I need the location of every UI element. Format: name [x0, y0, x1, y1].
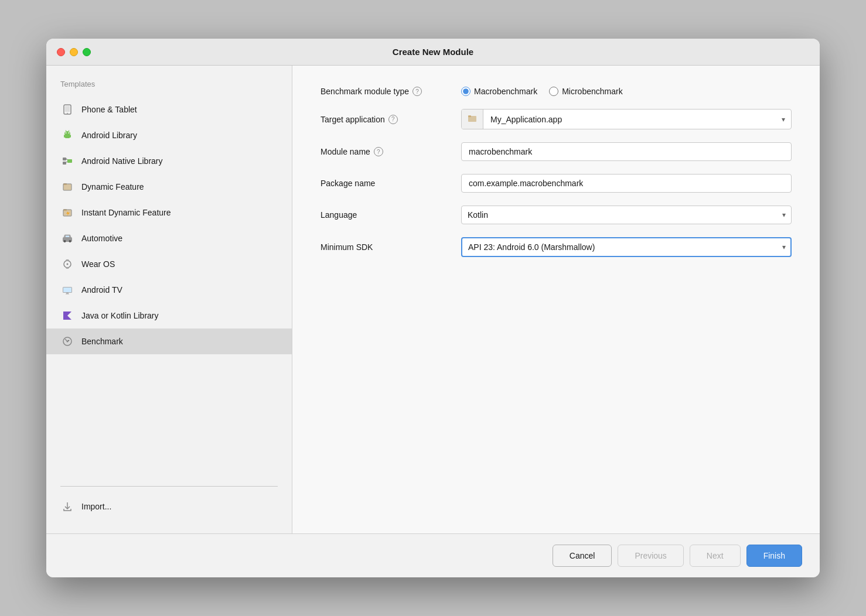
package-name-input[interactable] — [461, 174, 792, 193]
maximize-button[interactable] — [83, 48, 91, 56]
target-app-label: Target application ? — [321, 115, 461, 124]
macrobenchmark-radio[interactable] — [461, 87, 470, 96]
min-sdk-control: API 21: Android 5.0 (Lollipop) API 22: A… — [461, 237, 792, 257]
target-app-select-wrapper: My_Application.app ▾ — [461, 109, 792, 129]
min-sdk-row: Minimum SDK API 21: Android 5.0 (Lollipo… — [321, 237, 792, 257]
svg-rect-29 — [66, 259, 69, 261]
sidebar-item-android-tv[interactable]: Android TV — [46, 277, 292, 303]
sidebar-title: Templates — [46, 80, 292, 97]
svg-rect-11 — [63, 158, 66, 160]
package-name-label: Package name — [321, 179, 461, 188]
sidebar-item-android-native[interactable]: Android Native Library — [46, 148, 292, 174]
sidebar-item-label: Phone & Tablet — [81, 105, 137, 114]
dialog-title: Create New Module — [393, 47, 473, 57]
svg-point-5 — [69, 132, 70, 134]
svg-line-10 — [69, 131, 69, 132]
language-select-wrapper: Kotlin Java ▾ — [461, 206, 792, 224]
svg-rect-12 — [63, 162, 66, 165]
minimize-button[interactable] — [70, 48, 78, 56]
svg-rect-30 — [66, 268, 69, 269]
sidebar-item-kotlin-library[interactable]: Java or Kotlin Library — [46, 303, 292, 328]
svg-line-14 — [66, 159, 67, 160]
svg-point-24 — [64, 240, 66, 242]
benchmark-type-label: Benchmark module type ? — [321, 87, 461, 96]
instant-dynamic-icon — [60, 206, 74, 220]
module-name-input[interactable] — [461, 142, 792, 161]
sidebar-item-phone-tablet[interactable]: Phone & Tablet — [46, 97, 292, 122]
svg-rect-1 — [65, 106, 70, 112]
import-icon — [60, 499, 74, 514]
sidebar-divider — [60, 486, 278, 487]
svg-rect-33 — [66, 293, 69, 294]
package-name-control — [461, 174, 792, 193]
dialog-footer: Cancel Previous Next Finish — [46, 533, 820, 577]
previous-button[interactable]: Previous — [618, 545, 683, 567]
module-name-label: Module name ? — [321, 147, 461, 156]
radio-group: Macrobenchmark Microbenchmark — [461, 87, 792, 96]
sidebar-item-label: Wear OS — [81, 259, 115, 269]
svg-point-37 — [67, 341, 69, 343]
import-label: Import... — [81, 502, 111, 511]
target-app-control: My_Application.app ▾ — [461, 109, 792, 129]
dynamic-feature-icon — [60, 180, 74, 194]
svg-line-9 — [66, 131, 66, 132]
language-label: Language — [321, 210, 461, 220]
target-app-folder-icon — [462, 109, 483, 129]
android-native-icon — [60, 154, 74, 168]
min-sdk-select-wrapper: API 21: Android 5.0 (Lollipop) API 22: A… — [461, 237, 792, 257]
module-name-help[interactable]: ? — [374, 147, 383, 156]
sidebar-item-label: Automotive — [81, 234, 122, 243]
language-control: Kotlin Java ▾ — [461, 206, 792, 224]
microbenchmark-radio[interactable] — [549, 87, 558, 96]
module-name-row: Module name ? — [321, 142, 792, 161]
close-button[interactable] — [57, 48, 65, 56]
benchmark-type-help[interactable]: ? — [412, 87, 422, 96]
benchmark-type-row: Benchmark module type ? Macrobenchmark M… — [321, 87, 792, 96]
microbenchmark-option[interactable]: Microbenchmark — [549, 87, 622, 96]
benchmark-icon — [60, 334, 74, 348]
svg-rect-34 — [66, 294, 69, 295]
min-sdk-select[interactable]: API 21: Android 5.0 (Lollipop) API 22: A… — [461, 237, 792, 257]
svg-line-15 — [66, 162, 67, 162]
sidebar-item-android-library[interactable]: Android Library — [46, 122, 292, 148]
wear-os-icon — [60, 257, 74, 271]
sidebar-item-dynamic-feature[interactable]: Dynamic Feature — [46, 174, 292, 200]
svg-rect-32 — [63, 288, 71, 292]
next-button[interactable]: Next — [690, 545, 741, 567]
svg-point-25 — [69, 240, 71, 242]
create-new-module-dialog: Create New Module Templates Phone & Tabl… — [46, 39, 820, 577]
automotive-icon — [60, 231, 74, 245]
android-library-icon — [60, 128, 74, 142]
svg-rect-8 — [70, 135, 71, 138]
sidebar-item-label: Java or Kotlin Library — [81, 311, 159, 320]
sidebar-list: Phone & Tablet — [46, 97, 292, 479]
cancel-button[interactable]: Cancel — [553, 545, 612, 567]
svg-rect-7 — [64, 135, 65, 138]
sidebar-import[interactable]: Import... — [46, 494, 292, 519]
sidebar-item-wear-os[interactable]: Wear OS — [46, 251, 292, 277]
svg-rect-13 — [67, 159, 72, 163]
svg-rect-40 — [468, 115, 471, 117]
language-row: Language Kotlin Java ▾ — [321, 206, 792, 224]
target-app-select[interactable]: My_Application.app ▾ — [461, 109, 792, 129]
sidebar-item-automotive[interactable]: Automotive — [46, 225, 292, 251]
svg-point-4 — [66, 132, 67, 134]
sidebar-item-benchmark[interactable]: Benchmark — [46, 328, 292, 354]
sidebar-item-label: Benchmark — [81, 337, 123, 346]
svg-point-28 — [67, 263, 69, 265]
sidebar-item-label: Android Native Library — [81, 156, 163, 166]
sidebar-item-label: Android Library — [81, 131, 137, 140]
phone-tablet-icon — [60, 102, 74, 117]
language-select[interactable]: Kotlin Java — [461, 206, 792, 224]
finish-button[interactable]: Finish — [746, 545, 802, 567]
title-bar: Create New Module — [46, 39, 820, 66]
benchmark-type-control: Macrobenchmark Microbenchmark — [461, 87, 792, 96]
target-app-help[interactable]: ? — [388, 115, 398, 124]
content-area: Benchmark module type ? Macrobenchmark M… — [292, 66, 820, 533]
sidebar: Templates Phone & Tablet — [46, 66, 292, 533]
macrobenchmark-option[interactable]: Macrobenchmark — [461, 87, 537, 96]
svg-marker-35 — [63, 312, 71, 320]
target-app-chevron: ▾ — [776, 111, 791, 128]
sidebar-item-instant-dynamic[interactable]: Instant Dynamic Feature — [46, 200, 292, 225]
android-tv-icon — [60, 283, 74, 297]
